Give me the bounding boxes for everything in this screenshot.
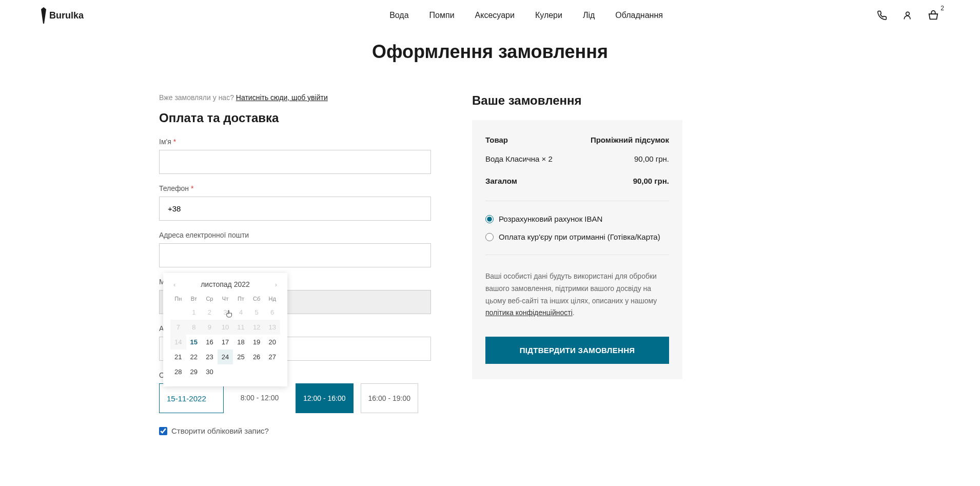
nav-coolers[interactable]: Кулери [535,11,562,20]
logo-icon [41,7,46,24]
logo[interactable]: Burulka [41,7,84,24]
user-icon[interactable] [902,10,913,21]
summary-item-price: 90,00 грн. [634,154,669,163]
datepicker-day[interactable]: 22 [186,349,202,364]
basket-icon[interactable]: 2 [928,10,939,21]
page-title: Оформлення замовлення [0,41,980,63]
time-slot-2[interactable]: 16:00 - 19:00 [361,383,419,413]
payment-cod-label: Оплата кур'єру при отриманні (Готівка/Ка… [499,232,660,241]
time-slot-1[interactable]: 12:00 - 16:00 [296,383,354,413]
phone-icon[interactable] [876,10,888,21]
datepicker-dow: Пт [233,294,249,305]
create-account-row[interactable]: Створити обліковий запис? [159,426,431,435]
login-prompt: Вже замовляли у нас? Натисніть сюди, щоб… [159,93,431,102]
datepicker-day: 7 [170,320,186,335]
email-input[interactable] [159,243,431,267]
payment-iban-row[interactable]: Розрахунковий рахунок IBAN [485,215,669,223]
datepicker-day[interactable]: 26 [249,349,265,364]
name-input[interactable] [159,150,431,174]
datepicker-day[interactable]: 15 [186,335,202,349]
confirm-order-button[interactable]: ПІДТВЕРДИТИ ЗАМОВЛЕННЯ [485,337,669,364]
payment-cod-radio[interactable] [485,233,494,241]
date-input[interactable]: 15-11-2022 [159,383,224,413]
basket-count: 2 [940,5,944,12]
nav-ice[interactable]: Лід [583,11,595,20]
datepicker-day: 10 [218,320,233,335]
order-summary: Товар Проміжний підсумок Вода Класична ×… [472,120,682,379]
nav-water[interactable]: Вода [389,11,408,20]
time-slot-0[interactable]: 8:00 - 12:00 [231,383,288,413]
datepicker-day: 11 [233,320,249,335]
create-account-checkbox[interactable] [159,427,167,435]
nav-accessories[interactable]: Аксесуари [475,11,515,20]
logo-text: Burulka [49,10,84,21]
datepicker-day: 1 [186,305,202,320]
privacy-link[interactable]: політика конфіденційності [485,308,573,317]
summary-total-value: 90,00 грн. [633,177,669,185]
datepicker-day[interactable]: 28 [170,364,186,379]
summary-head-subtotal: Проміжний підсумок [591,135,669,144]
summary-head-product: Товар [485,135,508,144]
datepicker-day[interactable]: 23 [202,349,218,364]
email-label: Адреса електронної пошти [159,231,431,239]
datepicker-day[interactable]: 20 [264,335,280,349]
datepicker-day[interactable]: 19 [249,335,265,349]
datepicker-day: 2 [202,305,218,320]
datepicker-dow: Пн [170,294,186,305]
datepicker-day: 4 [233,305,249,320]
datepicker-dow: Чт [218,294,233,305]
login-link[interactable]: Натисніть сюди, щоб увійти [236,93,328,102]
payment-iban-radio[interactable] [485,215,494,223]
summary-total-label: Загалом [485,177,517,185]
datepicker-day[interactable]: 21 [170,349,186,364]
datepicker-day: 14 [170,335,186,349]
phone-input[interactable] [159,197,431,221]
order-section-title: Ваше замовлення [472,93,682,108]
datepicker-dow: Нд [264,294,280,305]
datepicker: ‹ листопад 2022 › ПнВтСрЧтПтСбНд12345678… [163,273,287,386]
datepicker-day: 6 [264,305,280,320]
create-account-label: Створити обліковий запис? [171,426,269,435]
datepicker-day[interactable]: 16 [202,335,218,349]
phone-label: Телефон * [159,184,431,192]
summary-item-name: Вода Класична × 2 [485,154,553,163]
datepicker-day[interactable]: 30 [202,364,218,379]
datepicker-day: 5 [249,305,265,320]
privacy-text: Ваші особисті дані будуть використані дл… [485,270,669,319]
svg-point-0 [906,12,910,15]
datepicker-prev[interactable]: ‹ [170,281,179,288]
datepicker-dow: Сб [249,294,265,305]
datepicker-dow: Ср [202,294,218,305]
datepicker-next[interactable]: › [272,281,280,288]
datepicker-day[interactable]: 27 [264,349,280,364]
delivery-section-title: Оплата та доставка [159,111,431,125]
payment-iban-label: Розрахунковий рахунок IBAN [499,215,602,223]
name-label: Ім'я * [159,138,431,146]
datepicker-month: листопад 2022 [201,280,250,288]
datepicker-day: 13 [264,320,280,335]
datepicker-day: 3 [218,305,233,320]
datepicker-dow: Вт [186,294,202,305]
datepicker-day: 12 [249,320,265,335]
nav-equipment[interactable]: Обладнання [615,11,663,20]
datepicker-day[interactable]: 18 [233,335,249,349]
main-nav: Вода Помпи Аксесуари Кулери Лід Обладнан… [297,11,663,20]
payment-cod-row[interactable]: Оплата кур'єру при отриманні (Готівка/Ка… [485,232,669,241]
datepicker-day[interactable]: 29 [186,364,202,379]
datepicker-day: 8 [186,320,202,335]
nav-pumps[interactable]: Помпи [429,11,455,20]
datepicker-day: 9 [202,320,218,335]
datepicker-day[interactable]: 17 [218,335,233,349]
datepicker-day[interactable]: 24 [218,349,233,364]
login-prompt-text: Вже замовляли у нас? [159,93,236,102]
datepicker-day[interactable]: 25 [233,349,249,364]
